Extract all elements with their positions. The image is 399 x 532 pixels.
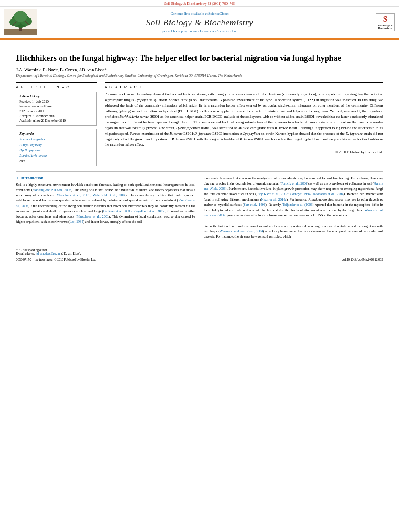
authors: J.A. Warmink, R. Nazir, B. Corten, J.D. … <box>16 67 383 72</box>
main-content: Hitchhikers on the fungal highway: The h… <box>0 40 399 265</box>
received-revised-date: 29 November 2010 <box>19 109 93 114</box>
intro-section-title-text: Introduction <box>21 176 43 180</box>
journal-citation-text: Soil Biology & Biochemistry 43 (2011) 76… <box>164 2 235 6</box>
keyword-4: Burkholderia terrae <box>19 153 93 159</box>
corresponding-author-note: * * Corresponding author. <box>16 248 383 252</box>
ref-lee-1985[interactable]: Lee, 1985 <box>70 220 83 224</box>
ref-garbaye[interactable]: Garbaye, 1994 <box>290 192 311 196</box>
sciencedirect-link[interactable]: Contents lists available at ScienceDirec… <box>37 12 362 16</box>
content-divider <box>16 171 383 172</box>
body-right-col: microbiota. Bacteria that colonize the n… <box>204 176 383 239</box>
footer: * * Corresponding author. E-mail address… <box>16 246 383 261</box>
body-left-col: 1. Introduction Soil is a highly structu… <box>16 176 195 239</box>
ref-standing-killham[interactable]: Standing and Killham, 2007 <box>33 188 71 192</box>
ref-freyklett-2007b[interactable]: Frey-Klett et al., 2007 <box>257 192 288 196</box>
journal-homepage[interactable]: journal homepage: www.elsevier.com/locat… <box>37 29 362 33</box>
ref-warmink-vanelsas-2009b[interactable]: Warmink and van Elsas, 2009 <box>220 229 263 233</box>
article-info-abstract-section: A R T I C L E I N F O Article history: R… <box>16 82 383 166</box>
elsevier-wordmark: ELSEVIER <box>4 35 37 35</box>
article-title: Hitchhikers on the fungal highway: The h… <box>16 53 383 63</box>
abstract-col: A B S T R A C T Previous work in our lab… <box>105 82 383 166</box>
ref-sen[interactable]: Sen et al., 1996 <box>244 203 265 207</box>
article-info-header: A R T I C L E I N F O <box>16 85 97 89</box>
ref-vanelsas-2007[interactable]: Van Elsas et al., 2007 <box>16 198 195 207</box>
doi-text: doi:10.1016/j.soilbio.2010.12.009 <box>342 258 383 261</box>
logo-subtitle: Soil Biology &Biochemistry <box>378 24 393 30</box>
journal-title: Soil Biology & Biochemistry <box>37 17 362 28</box>
svg-point-6 <box>14 11 27 22</box>
abstract-header: A B S T R A C T <box>105 85 383 89</box>
footer-bottom: 0038-0717/$ – see front matter © 2010 Pu… <box>16 258 383 261</box>
ref-nazir-2010a[interactable]: Nazir et al., 2010a <box>261 197 286 201</box>
history-label: Article history: <box>19 94 93 98</box>
ref-torsvik[interactable]: Torsvik et al., 2002 <box>281 181 307 185</box>
journal-logo-box: S Soil Biology &Biochemistry <box>362 13 395 32</box>
sciencedirect-label[interactable]: ScienceDirect <box>208 12 228 16</box>
intro-left-text: Soil is a highly structured environment … <box>16 182 195 224</box>
accepted-date: Accepted 7 December 2010 <box>19 114 93 119</box>
journal-header: ELSEVIER Contents lists available at Sci… <box>0 7 399 38</box>
abstract-text: Previous work in our laboratory showed t… <box>105 92 383 148</box>
affiliation: Department of Microbial Ecology, Centre … <box>16 74 383 78</box>
ref-marschner-2001[interactable]: Marschner et al., 2001 <box>57 193 90 197</box>
keyword-5: Soil <box>19 158 93 164</box>
logo-s-letter: S <box>378 15 393 24</box>
ref-toljander[interactable]: Toljander et al. (2006) <box>282 203 313 207</box>
ref-freyklett-2007a[interactable]: Frey-Klett et al., 2007 <box>134 209 165 213</box>
ref-marschner-2001b[interactable]: Marschner et al., 2001 <box>76 214 109 218</box>
intro-section-number: 1. <box>16 176 19 180</box>
ref-johansson[interactable]: Johansson et al., 2004 <box>313 192 343 196</box>
keyword-2: Fungal highway <box>19 142 93 148</box>
article-history-box: Article history: Received 14 July 2010 R… <box>16 92 97 126</box>
journal-header-center: Contents lists available at ScienceDirec… <box>37 12 362 33</box>
elsevier-tree-decoration: ELSEVIER <box>4 9 37 35</box>
received-revised-label: Received in revised form <box>19 104 93 109</box>
email-suffix: (J.D. van Elsas). <box>61 252 81 255</box>
ref-deboer-2005[interactable]: De Boer et al., 2005 <box>103 209 131 213</box>
available-date: Available online 23 December 2010 <box>19 119 93 123</box>
keyword-1: Bacterial migration <box>19 137 93 142</box>
ref-warmink-vanelsas-2009[interactable]: Warmink and van Elsas (2009) <box>204 208 383 217</box>
article-info-col: A R T I C L E I N F O Article history: R… <box>16 82 97 166</box>
sciencedirect-prefix: Contents lists available at <box>171 12 208 16</box>
keyword-3: Dyella japonica <box>19 148 93 153</box>
ref-waterfield[interactable]: Waterfield et al., 2004 <box>93 193 125 197</box>
corresponding-label: * Corresponding author. <box>19 248 48 252</box>
received-date: Received 14 July 2010 <box>19 99 93 104</box>
keywords-label: Keywords: <box>19 131 93 136</box>
email-label: E-mail address: <box>16 252 35 255</box>
copyright: © 2010 Published by Elsevier Ltd. <box>105 150 383 154</box>
email-row: E-mail address: j.d.van.elsas@rug.nl (J.… <box>16 252 383 255</box>
keywords-box: Keywords: Bacterial migration Fungal hig… <box>16 129 97 166</box>
body-section: 1. Introduction Soil is a highly structu… <box>16 176 383 239</box>
sb-logo: S Soil Biology &Biochemistry <box>376 13 395 32</box>
journal-citation-bar: Soil Biology & Biochemistry 43 (2011) 76… <box>0 0 399 7</box>
issn-text: 0038-0717/$ – see front matter © 2010 Pu… <box>16 258 96 261</box>
intro-right-text: microbiota. Bacteria that colonize the n… <box>204 176 383 239</box>
intro-section-title: 1. Introduction <box>16 176 195 180</box>
email-address[interactable]: j.d.van.elsas@rug.nl <box>36 252 60 255</box>
